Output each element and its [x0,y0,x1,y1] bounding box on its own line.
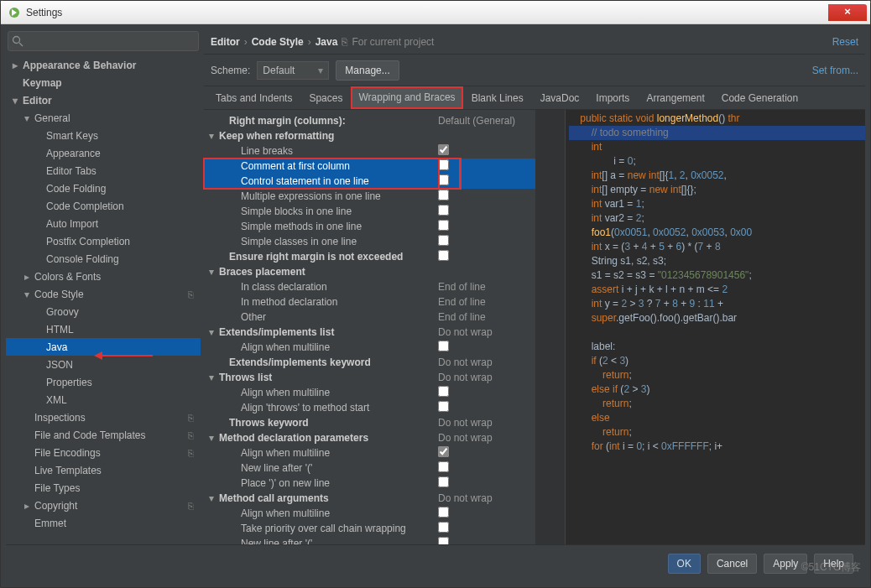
tree-item-editor-tabs[interactable]: Editor Tabs [6,162,201,180]
checkbox-19[interactable] [438,401,449,412]
search-input[interactable] [8,31,199,51]
tree-item-keymap[interactable]: Keymap [6,74,201,91]
tree-item-groovy[interactable]: Groovy [6,303,201,320]
checkbox-24[interactable] [438,476,449,487]
tab-javadoc[interactable]: JavaDoc [532,86,588,109]
sidebar: ▸Appearance & BehaviorKeymap▾Editor▾Gene… [6,29,201,544]
tab-wrapping-and-braces[interactable]: Wrapping and Braces [351,86,462,109]
option-24[interactable]: Place ')' on new line [204,476,535,491]
tab-blank-lines[interactable]: Blank Lines [463,86,532,109]
set-from-link[interactable]: Set from... [812,65,858,76]
tree-item-properties[interactable]: Properties [6,373,201,391]
option-9[interactable]: Ensure right margin is not exceeded [204,249,535,264]
breadcrumb: Editor› Code Style› Java ⎘For current pr… [204,29,865,55]
option-23[interactable]: New line after '(' [204,461,535,476]
tree-item-file-encodings[interactable]: File Encodings⎘ [6,444,201,461]
scheme-bar: Scheme: Default Manage... Set from... [204,55,865,86]
tree-item-code-completion[interactable]: Code Completion [6,197,201,215]
option-1[interactable]: ▾Keep when reformatting [204,128,535,143]
tree-item-general[interactable]: ▾General [6,109,201,127]
option-7[interactable]: Simple methods in one line [204,219,535,234]
tree-item-appearance-behavior[interactable]: ▸Appearance & Behavior [6,56,201,74]
option-5[interactable]: Multiple expressions in one line [204,189,535,204]
option-22[interactable]: Align when multiline [204,445,535,461]
tree-item-appearance[interactable]: Appearance [6,144,201,162]
tree-item-java[interactable]: Java [6,338,201,356]
option-28[interactable]: New line after '(' [204,536,535,544]
option-14[interactable]: ▾Extends/implements listDo not wrap [204,325,535,340]
tree-item-file-and-code-templates[interactable]: File and Code Templates⎘ [6,426,201,444]
option-19[interactable]: Align 'throws' to method start [204,400,535,415]
tree-item-console-folding[interactable]: Console Folding [6,250,201,268]
tree-item-emmet[interactable]: Emmet [6,514,201,532]
tree-item-postfix-completion[interactable]: Postfix Completion [6,232,201,250]
checkbox-5[interactable] [438,190,449,200]
option-16[interactable]: Extends/implements keywordDo not wrap [204,355,535,370]
checkbox-27[interactable] [438,522,449,533]
option-0[interactable]: Right margin (columns):Default (General) [204,113,535,128]
option-21[interactable]: ▾Method declaration parametersDo not wra… [204,430,535,445]
tree-item-code-style[interactable]: ▾Code Style⎘ [6,285,201,303]
option-8[interactable]: Simple classes in one line [204,234,535,249]
option-12[interactable]: In method declarationEnd of line [204,294,535,310]
option-26[interactable]: Align when multiline [204,506,535,521]
breadcrumb-java: Java [316,36,338,48]
manage-button[interactable]: Manage... [336,60,399,81]
checkbox-4[interactable] [438,174,449,185]
tree-item-inspections[interactable]: Inspections⎘ [6,408,201,426]
code-preview: public static void longerMethod() thr //… [535,110,865,544]
checkbox-7[interactable] [438,220,449,231]
apply-button[interactable]: Apply [764,554,807,574]
checkbox-18[interactable] [438,386,449,397]
option-2[interactable]: Line breaks [204,143,535,159]
checkbox-2[interactable] [438,144,449,155]
option-25[interactable]: ▾Method call argumentsDo not wrap [204,491,535,506]
option-15[interactable]: Align when multiline [204,340,535,355]
option-11[interactable]: In class declarationEnd of line [204,279,535,294]
reset-link[interactable]: Reset [832,36,858,48]
option-10[interactable]: ▾Braces placement [204,264,535,279]
checkbox-23[interactable] [438,461,449,472]
tree-item-copyright[interactable]: ▸Copyright⎘ [6,497,201,514]
tab-imports[interactable]: Imports [587,86,638,109]
checkbox-28[interactable] [438,537,449,544]
cancel-button[interactable]: Cancel [707,554,757,574]
tree-item-auto-import[interactable]: Auto Import [6,215,201,232]
svg-point-1 [13,37,20,44]
checkbox-22[interactable] [438,446,449,457]
tree-item-live-templates[interactable]: Live Templates [6,461,201,479]
checkbox-8[interactable] [438,235,449,246]
checkbox-3[interactable] [438,159,449,170]
option-17[interactable]: ▾Throws listDo not wrap [204,370,535,385]
option-18[interactable]: Align when multiline [204,385,535,400]
option-6[interactable]: Simple blocks in one line [204,204,535,219]
tree-item-smart-keys[interactable]: Smart Keys [6,127,201,144]
help-button[interactable]: Help [814,554,853,574]
svg-line-2 [19,43,23,46]
tree-item-json[interactable]: JSON [6,356,201,373]
tab-tabs-and-indents[interactable]: Tabs and Indents [207,86,300,109]
close-button[interactable]: × [828,4,867,21]
tree-item-editor[interactable]: ▾Editor [6,91,201,109]
option-20[interactable]: Throws keywordDo not wrap [204,415,535,430]
checkbox-26[interactable] [438,507,449,518]
checkbox-6[interactable] [438,205,449,216]
tab-arrangement[interactable]: Arrangement [638,86,712,109]
tree-item-xml[interactable]: XML [6,391,201,408]
ok-button[interactable]: OK [668,554,701,574]
checkbox-9[interactable] [438,250,449,261]
checkbox-15[interactable] [438,341,449,351]
tree-item-code-folding[interactable]: Code Folding [6,180,201,197]
option-4[interactable]: Control statement in one line [204,174,535,189]
tab-spaces[interactable]: Spaces [300,86,351,109]
option-13[interactable]: OtherEnd of line [204,310,535,325]
tree-item-html[interactable]: HTML [6,320,201,338]
tree-item-colors-fonts[interactable]: ▸Colors & Fonts [6,268,201,285]
option-27[interactable]: Take priority over call chain wrapping [204,521,535,536]
breadcrumb-codestyle[interactable]: Code Style [252,36,304,48]
scheme-combo[interactable]: Default [257,61,329,80]
breadcrumb-editor[interactable]: Editor [211,36,240,48]
tab-code-generation[interactable]: Code Generation [713,86,806,109]
option-3[interactable]: Comment at first column [204,159,535,174]
tree-item-file-types[interactable]: File Types [6,479,201,497]
